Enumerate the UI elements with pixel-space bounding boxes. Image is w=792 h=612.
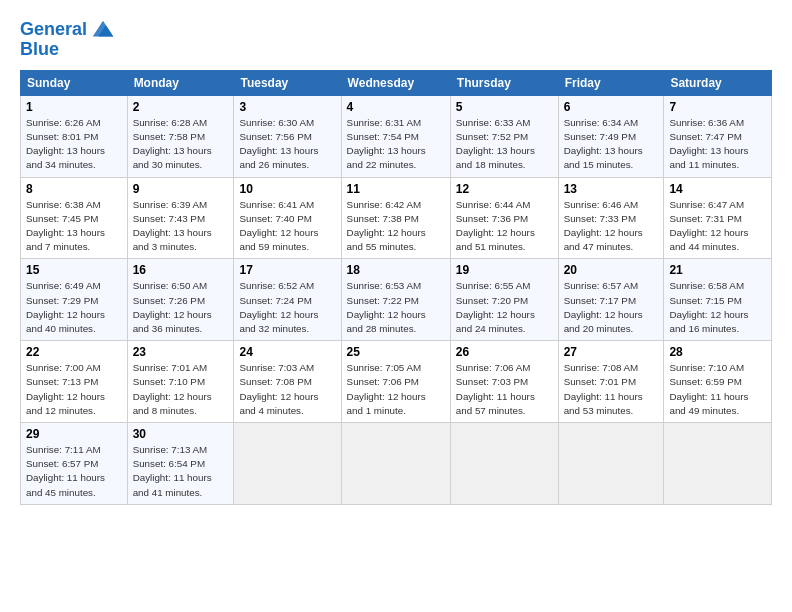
cell-daylight-info: Sunrise: 7:13 AMSunset: 6:54 PMDaylight:…: [133, 443, 229, 500]
cell-daylight-info: Sunrise: 6:46 AMSunset: 7:33 PMDaylight:…: [564, 198, 659, 255]
col-header-saturday: Saturday: [664, 70, 772, 95]
cell-daylight-info: Sunrise: 6:26 AMSunset: 8:01 PMDaylight:…: [26, 116, 122, 173]
calendar-cell: 20Sunrise: 6:57 AMSunset: 7:17 PMDayligh…: [558, 259, 664, 341]
cell-daylight-info: Sunrise: 6:33 AMSunset: 7:52 PMDaylight:…: [456, 116, 553, 173]
day-number: 11: [347, 182, 445, 196]
calendar-cell: 3Sunrise: 6:30 AMSunset: 7:56 PMDaylight…: [234, 95, 341, 177]
cell-daylight-info: Sunrise: 6:39 AMSunset: 7:43 PMDaylight:…: [133, 198, 229, 255]
cell-daylight-info: Sunrise: 6:30 AMSunset: 7:56 PMDaylight:…: [239, 116, 335, 173]
calendar-cell: 4Sunrise: 6:31 AMSunset: 7:54 PMDaylight…: [341, 95, 450, 177]
logo-text: General: [20, 20, 87, 40]
calendar-cell: 12Sunrise: 6:44 AMSunset: 7:36 PMDayligh…: [450, 177, 558, 259]
day-number: 18: [347, 263, 445, 277]
calendar-cell: [234, 423, 341, 505]
cell-daylight-info: Sunrise: 6:58 AMSunset: 7:15 PMDaylight:…: [669, 279, 766, 336]
calendar-cell: [341, 423, 450, 505]
cell-daylight-info: Sunrise: 6:34 AMSunset: 7:49 PMDaylight:…: [564, 116, 659, 173]
calendar-row-1: 8Sunrise: 6:38 AMSunset: 7:45 PMDaylight…: [21, 177, 772, 259]
calendar-cell: 23Sunrise: 7:01 AMSunset: 7:10 PMDayligh…: [127, 341, 234, 423]
day-number: 15: [26, 263, 122, 277]
day-number: 3: [239, 100, 335, 114]
calendar-cell: [450, 423, 558, 505]
cell-daylight-info: Sunrise: 7:01 AMSunset: 7:10 PMDaylight:…: [133, 361, 229, 418]
calendar-row-4: 29Sunrise: 7:11 AMSunset: 6:57 PMDayligh…: [21, 423, 772, 505]
day-number: 22: [26, 345, 122, 359]
day-number: 2: [133, 100, 229, 114]
day-number: 24: [239, 345, 335, 359]
cell-daylight-info: Sunrise: 7:11 AMSunset: 6:57 PMDaylight:…: [26, 443, 122, 500]
cell-daylight-info: Sunrise: 7:06 AMSunset: 7:03 PMDaylight:…: [456, 361, 553, 418]
calendar-cell: 13Sunrise: 6:46 AMSunset: 7:33 PMDayligh…: [558, 177, 664, 259]
calendar-cell: 21Sunrise: 6:58 AMSunset: 7:15 PMDayligh…: [664, 259, 772, 341]
day-number: 19: [456, 263, 553, 277]
calendar-cell: [664, 423, 772, 505]
logo: General Blue: [20, 16, 117, 60]
calendar-cell: 17Sunrise: 6:52 AMSunset: 7:24 PMDayligh…: [234, 259, 341, 341]
calendar-header: SundayMondayTuesdayWednesdayThursdayFrid…: [21, 70, 772, 95]
header: General Blue: [20, 16, 772, 60]
day-number: 6: [564, 100, 659, 114]
cell-daylight-info: Sunrise: 6:57 AMSunset: 7:17 PMDaylight:…: [564, 279, 659, 336]
calendar-row-0: 1Sunrise: 6:26 AMSunset: 8:01 PMDaylight…: [21, 95, 772, 177]
cell-daylight-info: Sunrise: 6:53 AMSunset: 7:22 PMDaylight:…: [347, 279, 445, 336]
day-number: 13: [564, 182, 659, 196]
cell-daylight-info: Sunrise: 6:28 AMSunset: 7:58 PMDaylight:…: [133, 116, 229, 173]
cell-daylight-info: Sunrise: 7:05 AMSunset: 7:06 PMDaylight:…: [347, 361, 445, 418]
cell-daylight-info: Sunrise: 7:08 AMSunset: 7:01 PMDaylight:…: [564, 361, 659, 418]
day-number: 29: [26, 427, 122, 441]
calendar-cell: 10Sunrise: 6:41 AMSunset: 7:40 PMDayligh…: [234, 177, 341, 259]
calendar-body: 1Sunrise: 6:26 AMSunset: 8:01 PMDaylight…: [21, 95, 772, 504]
calendar-cell: 9Sunrise: 6:39 AMSunset: 7:43 PMDaylight…: [127, 177, 234, 259]
calendar-cell: 24Sunrise: 7:03 AMSunset: 7:08 PMDayligh…: [234, 341, 341, 423]
calendar-cell: 22Sunrise: 7:00 AMSunset: 7:13 PMDayligh…: [21, 341, 128, 423]
cell-daylight-info: Sunrise: 6:55 AMSunset: 7:20 PMDaylight:…: [456, 279, 553, 336]
calendar-cell: 25Sunrise: 7:05 AMSunset: 7:06 PMDayligh…: [341, 341, 450, 423]
header-row: SundayMondayTuesdayWednesdayThursdayFrid…: [21, 70, 772, 95]
col-header-wednesday: Wednesday: [341, 70, 450, 95]
col-header-friday: Friday: [558, 70, 664, 95]
day-number: 17: [239, 263, 335, 277]
cell-daylight-info: Sunrise: 6:42 AMSunset: 7:38 PMDaylight:…: [347, 198, 445, 255]
calendar-cell: 14Sunrise: 6:47 AMSunset: 7:31 PMDayligh…: [664, 177, 772, 259]
col-header-thursday: Thursday: [450, 70, 558, 95]
calendar-cell: 19Sunrise: 6:55 AMSunset: 7:20 PMDayligh…: [450, 259, 558, 341]
day-number: 23: [133, 345, 229, 359]
day-number: 16: [133, 263, 229, 277]
col-header-sunday: Sunday: [21, 70, 128, 95]
calendar-cell: 11Sunrise: 6:42 AMSunset: 7:38 PMDayligh…: [341, 177, 450, 259]
day-number: 9: [133, 182, 229, 196]
calendar-row-2: 15Sunrise: 6:49 AMSunset: 7:29 PMDayligh…: [21, 259, 772, 341]
day-number: 26: [456, 345, 553, 359]
calendar-cell: 5Sunrise: 6:33 AMSunset: 7:52 PMDaylight…: [450, 95, 558, 177]
cell-daylight-info: Sunrise: 6:36 AMSunset: 7:47 PMDaylight:…: [669, 116, 766, 173]
day-number: 8: [26, 182, 122, 196]
calendar-cell: 15Sunrise: 6:49 AMSunset: 7:29 PMDayligh…: [21, 259, 128, 341]
calendar-cell: 2Sunrise: 6:28 AMSunset: 7:58 PMDaylight…: [127, 95, 234, 177]
cell-daylight-info: Sunrise: 7:03 AMSunset: 7:08 PMDaylight:…: [239, 361, 335, 418]
calendar-cell: 1Sunrise: 6:26 AMSunset: 8:01 PMDaylight…: [21, 95, 128, 177]
cell-daylight-info: Sunrise: 6:41 AMSunset: 7:40 PMDaylight:…: [239, 198, 335, 255]
cell-daylight-info: Sunrise: 6:44 AMSunset: 7:36 PMDaylight:…: [456, 198, 553, 255]
col-header-tuesday: Tuesday: [234, 70, 341, 95]
cell-daylight-info: Sunrise: 6:31 AMSunset: 7:54 PMDaylight:…: [347, 116, 445, 173]
calendar-cell: 16Sunrise: 6:50 AMSunset: 7:26 PMDayligh…: [127, 259, 234, 341]
calendar-cell: 18Sunrise: 6:53 AMSunset: 7:22 PMDayligh…: [341, 259, 450, 341]
day-number: 4: [347, 100, 445, 114]
calendar-row-3: 22Sunrise: 7:00 AMSunset: 7:13 PMDayligh…: [21, 341, 772, 423]
day-number: 27: [564, 345, 659, 359]
cell-daylight-info: Sunrise: 6:38 AMSunset: 7:45 PMDaylight:…: [26, 198, 122, 255]
day-number: 20: [564, 263, 659, 277]
calendar-cell: 27Sunrise: 7:08 AMSunset: 7:01 PMDayligh…: [558, 341, 664, 423]
calendar-cell: 28Sunrise: 7:10 AMSunset: 6:59 PMDayligh…: [664, 341, 772, 423]
logo-blue-text: Blue: [20, 40, 59, 60]
cell-daylight-info: Sunrise: 6:52 AMSunset: 7:24 PMDaylight:…: [239, 279, 335, 336]
logo-icon: [89, 16, 117, 44]
cell-daylight-info: Sunrise: 6:50 AMSunset: 7:26 PMDaylight:…: [133, 279, 229, 336]
day-number: 30: [133, 427, 229, 441]
col-header-monday: Monday: [127, 70, 234, 95]
day-number: 1: [26, 100, 122, 114]
day-number: 7: [669, 100, 766, 114]
day-number: 5: [456, 100, 553, 114]
day-number: 21: [669, 263, 766, 277]
day-number: 14: [669, 182, 766, 196]
